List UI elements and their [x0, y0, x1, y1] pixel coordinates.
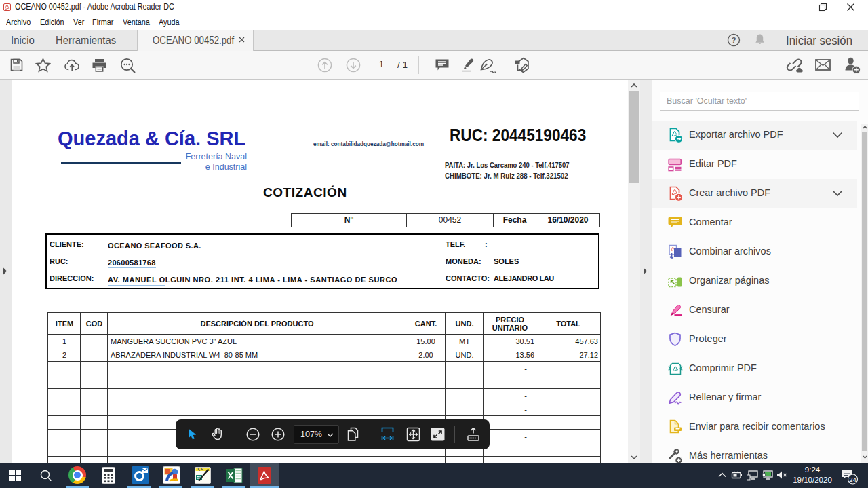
svg-text:24: 24 — [849, 476, 856, 483]
svg-text:?: ? — [732, 36, 736, 44]
